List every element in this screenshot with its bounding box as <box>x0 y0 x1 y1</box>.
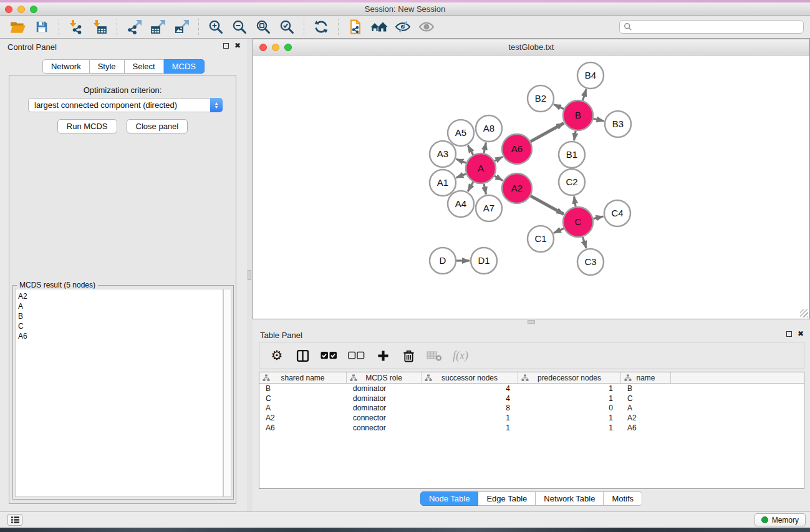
graph-edge-B-B4[interactable] <box>583 89 587 100</box>
vertical-split-divider[interactable] <box>247 39 253 511</box>
tab-network-table[interactable]: Network Table <box>536 491 604 506</box>
refresh-view-button[interactable] <box>309 17 333 36</box>
graph-edge-A-A1[interactable] <box>456 174 466 178</box>
function-builder-button[interactable]: f(x) <box>453 347 468 364</box>
column-header[interactable]: name <box>621 372 671 383</box>
graph-edge-A-A4[interactable] <box>468 182 473 191</box>
graph-node-A[interactable]: A <box>466 153 496 183</box>
show-columns-button[interactable] <box>295 347 310 364</box>
zoom-out-button[interactable] <box>228 17 251 36</box>
list-item[interactable]: A6 <box>18 331 223 341</box>
graph-edge-C-C3[interactable] <box>583 237 587 248</box>
graph-node-B2[interactable]: B2 <box>528 85 554 112</box>
toolbar-search[interactable] <box>619 20 804 34</box>
import-network-button[interactable] <box>64 17 88 36</box>
list-item[interactable]: A <box>18 301 223 311</box>
graph-node-B3[interactable]: B3 <box>605 111 631 137</box>
graph-edge-B-B1[interactable] <box>574 131 576 141</box>
graph-edge-B-B2[interactable] <box>554 104 564 109</box>
tab-edge-table[interactable]: Edge Table <box>478 491 536 506</box>
table-row[interactable]: Adominator80A <box>259 403 804 413</box>
search-input[interactable] <box>632 22 799 31</box>
tab-node-table[interactable]: Node Table <box>420 491 479 506</box>
tab-network[interactable]: Network <box>42 59 90 74</box>
graph-node-A6[interactable]: A6 <box>502 134 532 164</box>
save-session-button[interactable] <box>30 17 54 36</box>
open-session-button[interactable] <box>6 17 30 36</box>
graph-node-C4[interactable]: C4 <box>604 200 630 226</box>
graph-node-B1[interactable]: B1 <box>559 142 585 168</box>
zoom-in-button[interactable] <box>204 17 228 36</box>
tab-select[interactable]: Select <box>125 59 164 74</box>
graph-edge-A6-B[interactable] <box>531 123 564 142</box>
graph-node-B[interactable]: B <box>563 100 593 130</box>
export-table-button[interactable] <box>146 17 170 36</box>
network-overview-button[interactable] <box>367 17 391 36</box>
table-options-button[interactable]: ⚙ <box>269 347 284 364</box>
horizontal-split-divider[interactable] <box>253 319 810 324</box>
result-scrollbar[interactable] <box>223 289 231 497</box>
delete-table-button[interactable] <box>427 347 442 364</box>
close-panel-icon[interactable]: ✖ <box>234 42 241 49</box>
graph-node-A8[interactable]: A8 <box>476 115 502 142</box>
graph-edge-A-A8[interactable] <box>484 143 486 153</box>
close-panel-icon[interactable]: ✖ <box>798 331 804 337</box>
graph-edge-C-C4[interactable] <box>593 216 603 219</box>
graph-node-C1[interactable]: C1 <box>528 226 554 252</box>
column-header[interactable]: MCDS role <box>347 372 422 383</box>
graph-edge-A2-C[interactable] <box>531 196 564 214</box>
add-row-button[interactable] <box>375 347 390 364</box>
select-all-button[interactable] <box>321 347 337 364</box>
graph-node-A5[interactable]: A5 <box>448 120 474 146</box>
show-panel-menu-button[interactable] <box>7 514 22 526</box>
tab-mcds[interactable]: MCDS <box>164 59 205 74</box>
graph-node-A2[interactable]: A2 <box>502 173 532 203</box>
window-resize-grip[interactable] <box>800 309 808 317</box>
graphics-details-button[interactable] <box>391 17 415 36</box>
graph-node-C[interactable]: C <box>563 207 593 237</box>
graph-node-C3[interactable]: C3 <box>577 249 604 275</box>
divider-grip[interactable] <box>528 320 535 324</box>
graph-node-D1[interactable]: D1 <box>471 248 497 274</box>
graph-edge-A-A3[interactable] <box>456 159 466 163</box>
new-network-view-button[interactable] <box>344 17 367 36</box>
graph-edge-A-A2[interactable] <box>494 176 503 180</box>
divider-grip[interactable] <box>248 270 251 280</box>
zoom-selected-button[interactable] <box>275 17 299 36</box>
close-panel-button[interactable]: Close panel <box>127 119 188 133</box>
import-table-button[interactable] <box>88 17 112 36</box>
export-image-button[interactable] <box>170 17 193 36</box>
tab-motifs[interactable]: Motifs <box>604 491 642 506</box>
float-panel-icon[interactable] <box>223 43 229 49</box>
graph-node-B4[interactable]: B4 <box>577 62 604 89</box>
table-row[interactable]: A2connector11A2 <box>259 413 804 423</box>
list-item[interactable]: A2 <box>18 291 223 301</box>
zoom-fit-button[interactable] <box>251 17 275 36</box>
graph-node-A1[interactable]: A1 <box>430 170 456 196</box>
memory-button[interactable]: Memory <box>755 513 806 526</box>
graph-edge-B-B3[interactable] <box>593 118 604 121</box>
graph-node-A4[interactable]: A4 <box>448 191 474 217</box>
column-header[interactable]: predecessor nodes <box>518 372 621 383</box>
graph-edge-A-A7[interactable] <box>484 184 486 195</box>
graph-edge-A-A5[interactable] <box>468 145 473 155</box>
graph-edge-A-A6[interactable] <box>494 157 503 161</box>
float-panel-icon[interactable] <box>786 331 792 337</box>
network-canvas[interactable]: B4B2BB3A8A5A6A3B1AC2A1A2A4A7C4CC1C3DD1 <box>253 56 809 319</box>
table-row[interactable]: Cdominator41C <box>259 394 804 404</box>
graph-node-A7[interactable]: A7 <box>476 195 502 221</box>
export-network-button[interactable] <box>122 17 146 36</box>
graph-node-C2[interactable]: C2 <box>559 169 585 195</box>
graph-node-A3[interactable]: A3 <box>430 141 456 167</box>
tab-style[interactable]: Style <box>90 59 125 74</box>
delete-row-button[interactable] <box>401 347 416 364</box>
column-header[interactable]: successor nodes <box>422 372 518 383</box>
column-header[interactable]: shared name <box>259 372 347 383</box>
table-row[interactable]: A6connector11A6 <box>259 423 804 433</box>
run-mcds-button[interactable]: Run MCDS <box>57 119 117 133</box>
graph-node-D[interactable]: D <box>430 248 456 274</box>
deselect-all-button[interactable] <box>348 347 365 364</box>
criterion-dropdown[interactable]: largest connected component (directed) ▲… <box>28 98 223 112</box>
graph-edge-C-C1[interactable] <box>554 228 564 233</box>
list-item[interactable]: C <box>18 321 223 331</box>
